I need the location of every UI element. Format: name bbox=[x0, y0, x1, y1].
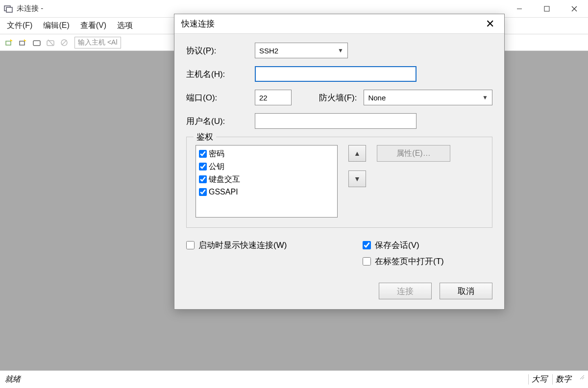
auth-list[interactable]: 密码 公钥 键盘交互 GSSAPI bbox=[196, 145, 338, 218]
auth-check-keyboard[interactable] bbox=[199, 175, 207, 183]
menu-view[interactable]: 查看(V) bbox=[80, 21, 106, 31]
auth-item-publickey[interactable]: 公钥 bbox=[199, 160, 334, 173]
window-controls bbox=[506, 0, 588, 18]
status-grip bbox=[576, 374, 583, 385]
auth-legend: 鉴权 bbox=[194, 131, 216, 143]
window-title: 未连接 - bbox=[17, 4, 43, 13]
dialog-body: 协议(P): SSH2 ▼ 主机名(H): 端口(O): 防火墙(F): No bbox=[174, 34, 504, 309]
auth-item-keyboard[interactable]: 键盘交互 bbox=[199, 173, 334, 186]
toolbar-icon-3[interactable] bbox=[31, 37, 42, 48]
properties-button[interactable]: 属性(E)… bbox=[377, 145, 450, 162]
app-icon bbox=[4, 4, 13, 13]
cancel-button[interactable]: 取消 bbox=[440, 283, 492, 299]
auth-check-publickey[interactable] bbox=[199, 163, 207, 170]
status-num: 数字 bbox=[552, 374, 574, 385]
username-label: 用户名(U): bbox=[186, 116, 255, 127]
dialog-title: 快速连接 bbox=[181, 18, 483, 29]
move-down-button[interactable]: ▼ bbox=[348, 170, 366, 187]
toolbar-icon-2[interactable] bbox=[18, 37, 28, 48]
open-in-tab-check[interactable]: 在标签页中打开(T) bbox=[363, 256, 492, 267]
chevron-down-icon: ▼ bbox=[482, 94, 488, 101]
menu-edit[interactable]: 编辑(E) bbox=[43, 21, 69, 31]
toolbar-icon-5[interactable] bbox=[59, 37, 70, 48]
auth-check-password[interactable] bbox=[199, 150, 207, 158]
hostname-input[interactable] bbox=[255, 66, 416, 82]
toolbar-icon-4[interactable] bbox=[45, 37, 56, 48]
port-label: 端口(O): bbox=[186, 92, 255, 103]
hostname-label: 主机名(H): bbox=[186, 69, 255, 80]
minimize-button[interactable] bbox=[506, 0, 533, 18]
auth-props-col: 属性(E)… bbox=[377, 145, 450, 218]
maximize-button[interactable] bbox=[533, 0, 561, 18]
firewall-value: None bbox=[368, 94, 386, 102]
host-input-hint[interactable]: 输入主机 <Al bbox=[74, 37, 121, 48]
auth-reorder: ▲ ▼ bbox=[348, 145, 366, 218]
open-in-tab-checkbox[interactable] bbox=[363, 257, 371, 266]
statusbar: 就绪 大写 数字 bbox=[0, 370, 588, 388]
svg-line-14 bbox=[62, 40, 67, 45]
port-input[interactable] bbox=[255, 90, 292, 105]
firewall-label: 防火墙(F): bbox=[319, 92, 357, 103]
save-session-check[interactable]: 保存会话(V) bbox=[363, 240, 492, 251]
dialog-titlebar: 快速连接 ✕ bbox=[174, 14, 504, 34]
auth-item-gssapi[interactable]: GSSAPI bbox=[199, 186, 334, 198]
show-on-start-checkbox[interactable] bbox=[186, 241, 195, 249]
auth-check-gssapi[interactable] bbox=[199, 188, 207, 196]
close-button[interactable] bbox=[561, 0, 588, 18]
svg-rect-8 bbox=[20, 41, 24, 45]
auth-fieldset: 鉴权 密码 公钥 键盘交互 GSSAPI ▲ ▼ 属性(E)… bbox=[186, 137, 492, 228]
show-on-start-check[interactable]: 启动时显示快速连接(W) bbox=[186, 240, 363, 251]
svg-marker-7 bbox=[10, 39, 13, 41]
status-text: 就绪 bbox=[5, 374, 528, 385]
toolbar-icon-1[interactable] bbox=[4, 37, 15, 48]
move-up-button[interactable]: ▲ bbox=[348, 145, 366, 162]
username-input[interactable] bbox=[255, 113, 416, 129]
save-session-checkbox[interactable] bbox=[363, 241, 371, 249]
chevron-down-icon: ▼ bbox=[338, 47, 343, 54]
menu-options[interactable]: 选项 bbox=[117, 21, 133, 31]
svg-marker-9 bbox=[24, 39, 26, 41]
svg-rect-6 bbox=[6, 41, 11, 45]
protocol-label: 协议(P): bbox=[186, 45, 255, 56]
protocol-value: SSH2 bbox=[259, 47, 278, 55]
auth-item-password[interactable]: 密码 bbox=[199, 147, 334, 160]
status-caps: 大写 bbox=[528, 374, 550, 385]
close-icon[interactable]: ✕ bbox=[483, 18, 497, 30]
svg-rect-3 bbox=[544, 6, 549, 11]
svg-line-16 bbox=[582, 377, 584, 379]
connect-button[interactable]: 连接 bbox=[379, 283, 432, 299]
svg-rect-1 bbox=[6, 7, 12, 12]
menu-file[interactable]: 文件(F) bbox=[7, 21, 32, 31]
quick-connect-dialog: 快速连接 ✕ 协议(P): SSH2 ▼ 主机名(H): 端口(O): bbox=[174, 14, 505, 310]
svg-line-15 bbox=[580, 375, 584, 379]
firewall-select[interactable]: None ▼ bbox=[364, 90, 492, 105]
svg-rect-10 bbox=[33, 41, 40, 46]
protocol-select[interactable]: SSH2 ▼ bbox=[255, 43, 348, 58]
